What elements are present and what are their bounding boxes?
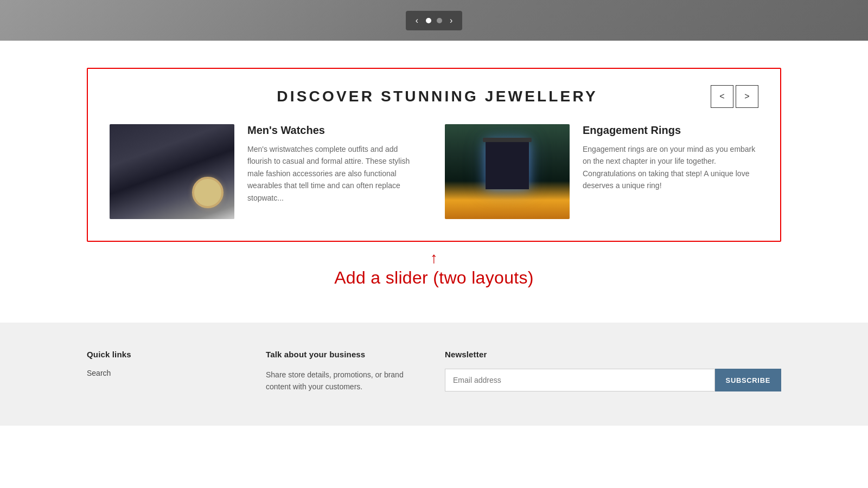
footer: Quick links Search Talk about your busin… <box>0 323 868 426</box>
watches-image <box>110 124 234 219</box>
jewellery-items: Men's Watches Men's wristwatches complet… <box>110 124 758 219</box>
jewellery-title: DISCOVER STUNNING JEWELLERY <box>164 88 711 105</box>
newsletter-form: SUBSCRIBE <box>445 369 781 391</box>
footer-quick-links: Quick links Search <box>87 350 244 393</box>
quick-links-title: Quick links <box>87 350 244 359</box>
rings-text: Engagement Rings Engagement rings are on… <box>583 124 758 192</box>
hero-next-button[interactable]: › <box>448 15 455 26</box>
jewellery-section: DISCOVER STUNNING JEWELLERY < > Men's Wa… <box>87 68 781 242</box>
annotation-text: Add a slider (two layouts) <box>334 268 534 288</box>
hero-prev-button[interactable]: ‹ <box>413 15 420 26</box>
footer-grid: Quick links Search Talk about your busin… <box>87 350 781 393</box>
jewellery-nav-arrows: < > <box>711 85 758 108</box>
hero-banner: ‹ › <box>0 0 868 41</box>
footer-business: Talk about your business Share store det… <box>266 350 423 393</box>
email-input[interactable] <box>445 369 715 391</box>
annotation-arrow-icon: ↑ <box>430 251 438 266</box>
business-title: Talk about your business <box>266 350 423 359</box>
watches-text: Men's Watches Men's wristwatches complet… <box>247 124 423 204</box>
dot-2[interactable] <box>437 18 442 23</box>
jewellery-next-button[interactable]: > <box>736 85 758 108</box>
business-body: Share store details, promotions, or bran… <box>266 369 423 393</box>
main-content: DISCOVER STUNNING JEWELLERY < > Men's Wa… <box>0 41 868 323</box>
jewellery-item-watches: Men's Watches Men's wristwatches complet… <box>110 124 423 219</box>
rings-photo <box>445 124 570 219</box>
rings-title: Engagement Rings <box>583 124 758 137</box>
slider-controls: ‹ › <box>406 11 463 30</box>
watches-photo <box>110 124 234 219</box>
watches-description: Men's wristwatches complete outfits and … <box>247 143 423 204</box>
search-link[interactable]: Search <box>87 369 244 377</box>
watches-title: Men's Watches <box>247 124 423 137</box>
jewellery-prev-button[interactable]: < <box>711 85 733 108</box>
rings-image <box>445 124 570 219</box>
footer-newsletter: Newsletter SUBSCRIBE <box>445 350 781 393</box>
annotation-area: ↑ Add a slider (two layouts) <box>87 242 781 301</box>
dot-1[interactable] <box>426 18 431 23</box>
subscribe-button[interactable]: SUBSCRIBE <box>715 369 781 391</box>
jewellery-header: DISCOVER STUNNING JEWELLERY < > <box>110 85 758 108</box>
rings-description: Engagement rings are on your mind as you… <box>583 143 758 192</box>
jewellery-item-rings: Engagement Rings Engagement rings are on… <box>445 124 758 219</box>
newsletter-title: Newsletter <box>445 350 781 359</box>
